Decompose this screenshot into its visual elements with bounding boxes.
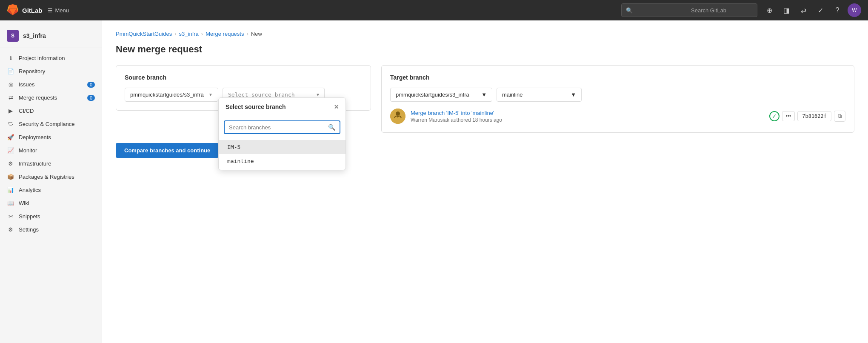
commit-actions: ✓ ••• 7b81622f ⧉: [769, 111, 845, 122]
sidebar-item-label: Snippets: [19, 213, 40, 220]
help-button[interactable]: ?: [831, 3, 844, 17]
source-branch-popup: Select source branch × 🔍 IM-5 mainline: [218, 97, 346, 170]
sidebar-item-label: Security & Compliance: [19, 121, 75, 127]
target-selectors: pmmquickstartguides/s3_infra ▼ mainline …: [390, 88, 845, 102]
commit-author-avatar: [390, 109, 405, 124]
merge-requests-icon: ⇄: [7, 94, 14, 101]
sidebar-item-label: Wiki: [19, 200, 29, 206]
branch-list-item[interactable]: mainline: [219, 154, 345, 168]
source-repo-dropdown[interactable]: pmmquickstartguides/s3_infra ▼: [125, 88, 218, 102]
sidebar-item-deployments[interactable]: 🚀 Deployments: [0, 131, 102, 144]
sidebar-item-snippets[interactable]: ✂ Snippets: [0, 210, 102, 223]
sidebar-item-label: Deployments: [19, 134, 51, 140]
sidebar-item-repository[interactable]: 📄 Repository: [0, 65, 102, 78]
sidebar-item-merge-requests[interactable]: ⇄ Merge requests 0: [0, 91, 102, 104]
sidebar-item-label: Issues: [19, 81, 35, 88]
sidebar-item-label: Monitor: [19, 147, 37, 154]
search-icon: 🔍: [626, 7, 688, 14]
commit-author: Warren Marusiak: [411, 117, 449, 123]
popup-title: Select source branch: [226, 103, 286, 110]
topnav-icons: ⊕ ◨ ⇄ ✓ ? W: [762, 3, 861, 17]
source-branch-title: Source branch: [125, 74, 362, 81]
sidebar-item-infrastructure[interactable]: ⚙ Infrastructure: [0, 157, 102, 170]
sidebar-item-security-compliance[interactable]: 🛡 Security & Compliance: [0, 117, 102, 131]
sidebar-item-label: Packages & Registries: [19, 174, 74, 180]
breadcrumb-org[interactable]: PmmQuickStartGuides: [116, 31, 172, 37]
sidebar-item-wiki[interactable]: 📖 Wiki: [0, 197, 102, 210]
commit-more-button[interactable]: •••: [782, 111, 795, 121]
commit-details: Merge branch 'IM-5' into 'mainline' Warr…: [411, 110, 764, 123]
breadcrumb: PmmQuickStartGuides › s3_infra › Merge r…: [116, 31, 854, 37]
sidebar-item-packages-registries[interactable]: 📦 Packages & Registries: [0, 170, 102, 183]
sidebar-item-label: Infrastructure: [19, 160, 51, 167]
breadcrumb-section[interactable]: Merge requests: [206, 31, 244, 37]
commit-copy-button[interactable]: ⧉: [834, 111, 845, 122]
branch-search-input[interactable]: [229, 124, 325, 131]
commit-status-icon: ✓: [769, 111, 779, 121]
wiki-icon: 📖: [7, 200, 14, 206]
global-search[interactable]: 🔍 Search GitLab: [621, 3, 757, 17]
compare-branches-button[interactable]: Compare branches and continue: [116, 143, 219, 158]
sidebar-item-settings[interactable]: ⚙ Settings: [0, 223, 102, 236]
branch-selector-area: Source branch pmmquickstartguides/s3_inf…: [116, 65, 854, 133]
target-branch-box: Target branch pmmquickstartguides/s3_inf…: [381, 65, 854, 133]
merge-requests-shortcut[interactable]: ⇄: [797, 3, 810, 17]
top-navigation: GitLab ☰ Menu 🔍 Search GitLab ⊕ ◨ ⇄ ✓ ? …: [0, 0, 868, 20]
sidebar-item-label: CI/CD: [19, 108, 34, 114]
sidebar-item-monitor[interactable]: 📈 Monitor: [0, 144, 102, 157]
issues-icon: ◎: [7, 81, 14, 88]
sidebar-project[interactable]: S s3_infra: [0, 26, 102, 48]
sidebar-item-issues[interactable]: ◎ Issues 0: [0, 78, 102, 91]
packages-icon: 📦: [7, 174, 14, 180]
merge-requests-badge: 0: [87, 95, 95, 101]
search-icon: 🔍: [328, 124, 335, 131]
gitlab-wordmark: GitLab: [22, 7, 43, 14]
sidebar-item-label: Project information: [19, 55, 65, 61]
project-avatar: S: [7, 30, 19, 42]
project-name: s3_infra: [23, 32, 46, 39]
commit-info: Merge branch 'IM-5' into 'mainline' Warr…: [390, 109, 845, 124]
sidebar-item-label: Analytics: [19, 187, 41, 193]
source-branch-box: Source branch pmmquickstartguides/s3_inf…: [116, 65, 371, 111]
commit-time: authored 18 hours ago: [451, 117, 502, 123]
popup-close-button[interactable]: ×: [334, 103, 339, 111]
target-repo-dropdown[interactable]: pmmquickstartguides/s3_infra ▼: [390, 88, 492, 102]
chevron-down-icon: ▼: [208, 92, 213, 97]
target-branch-dropdown[interactable]: mainline ▼: [497, 88, 582, 102]
commit-message[interactable]: Merge branch 'IM-5' into 'mainline': [411, 110, 764, 116]
source-branch-placeholder: Select source branch: [228, 91, 295, 98]
issues-shortcut[interactable]: ◨: [779, 3, 793, 17]
sidebar-item-project-information[interactable]: ℹ Project information: [0, 51, 102, 65]
cicd-icon: ▶: [7, 108, 14, 114]
snippets-icon: ✂: [7, 213, 14, 220]
commit-hash: 7b81622f: [797, 111, 831, 121]
page-title: New merge request: [116, 44, 854, 55]
sidebar-item-analytics[interactable]: 📊 Analytics: [0, 183, 102, 197]
branch-list-item[interactable]: IM-5: [219, 140, 345, 154]
sidebar: S s3_infra ℹ Project information 📄 Repos…: [0, 20, 102, 343]
source-repo-value: pmmquickstartguides/s3_infra: [130, 91, 204, 98]
todo-shortcut[interactable]: ✓: [814, 3, 827, 17]
create-new-button[interactable]: ⊕: [762, 3, 776, 17]
chevron-down-icon: ▼: [481, 91, 487, 98]
analytics-icon: 📊: [7, 187, 14, 193]
sidebar-item-label: Merge requests: [19, 94, 57, 101]
infrastructure-icon: ⚙: [7, 160, 14, 167]
user-avatar[interactable]: W: [848, 3, 861, 17]
sidebar-item-cicd[interactable]: ▶ CI/CD: [0, 104, 102, 117]
repository-icon: 📄: [7, 68, 14, 74]
monitor-icon: 📈: [7, 147, 14, 154]
menu-button[interactable]: ☰ Menu: [48, 7, 69, 14]
chevron-down-icon: ▼: [317, 92, 319, 97]
breadcrumb-current: New: [251, 31, 262, 37]
target-branch-value: mainline: [502, 91, 523, 98]
sidebar-item-label: Repository: [19, 68, 45, 74]
commit-meta: Warren Marusiak authored 18 hours ago: [411, 117, 764, 123]
security-icon: 🛡: [7, 121, 14, 127]
branch-search-box[interactable]: 🔍: [224, 120, 340, 134]
project-info-icon: ℹ: [7, 55, 14, 61]
svg-point-1: [396, 111, 400, 116]
target-branch-title: Target branch: [390, 74, 845, 81]
gitlab-logo[interactable]: GitLab: [7, 4, 43, 16]
breadcrumb-project[interactable]: s3_infra: [179, 31, 199, 37]
